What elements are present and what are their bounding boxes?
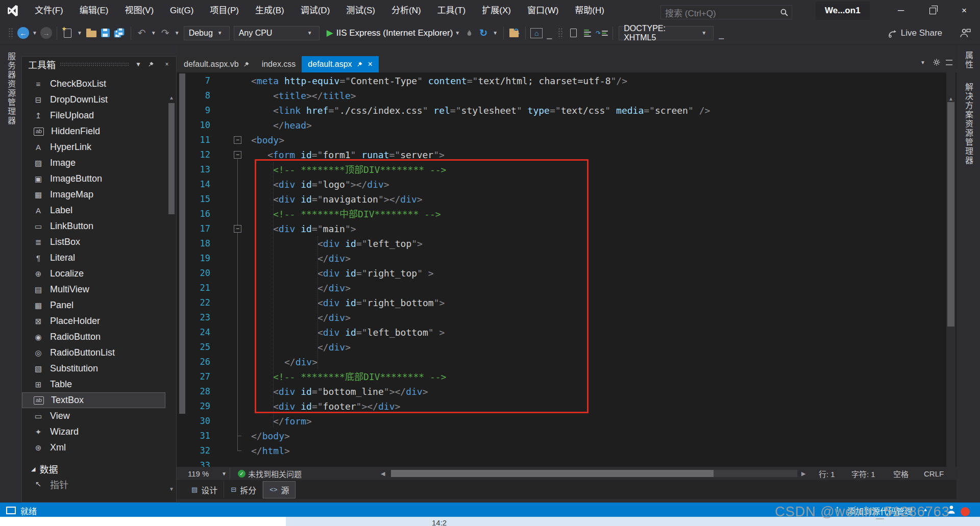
solution-explorer-tab[interactable]: 解决方案资源管理器 (962, 83, 974, 165)
horizontal-scroll-thumb[interactable] (391, 470, 714, 477)
view-mode-设计[interactable]: ▤设计 (185, 481, 224, 498)
toolbox-item-ListBox[interactable]: ≣ListBox (22, 234, 165, 250)
toolbox-group-data[interactable]: ◢ 数据 (22, 462, 176, 476)
toolbox-item-Localize[interactable]: ⊕Localize (22, 266, 165, 282)
zoom-level[interactable]: 119 % (188, 467, 209, 480)
toolbox-item-ImageButton[interactable]: ▣ImageButton (22, 171, 165, 187)
fold-collapse-icon[interactable]: − (234, 136, 241, 144)
server-explorer-tab[interactable]: 服务器资源管理器 (5, 52, 17, 126)
tab-default.aspx.vb[interactable]: default.aspx.vb (178, 56, 256, 72)
editor-vertical-scrollbar[interactable]: ▲ (946, 72, 955, 467)
solution-configuration-select[interactable]: Debug▼ (184, 26, 230, 40)
code-line[interactable]: 30</form> (177, 414, 957, 429)
redo-dropdown-icon[interactable]: ▼ (175, 30, 180, 36)
toolbox-dropdown-icon[interactable]: ▼ (133, 61, 143, 68)
redo-button[interactable]: ↷ (159, 26, 172, 40)
code-editor[interactable]: 7<meta http-equiv="Content-Type" content… (177, 72, 957, 467)
menu-测试(S)[interactable]: 测试(S) (338, 0, 383, 21)
refresh-button[interactable]: ↻ (477, 26, 490, 40)
back-dropdown-icon[interactable]: ▼ (32, 30, 37, 36)
start-debug-icon[interactable]: ▶ (327, 28, 333, 38)
toolbox-item-pointer[interactable]: ↖ 指针 (22, 476, 165, 492)
navigate-forward-button[interactable]: → (40, 27, 52, 39)
quick-search-box[interactable]: 搜索 (Ctrl+Q) (660, 5, 792, 19)
run-target-dropdown-icon[interactable]: ▼ (455, 30, 460, 36)
find-in-files-button[interactable] (508, 26, 521, 40)
save-button[interactable] (99, 26, 112, 40)
doctype-select[interactable]: DOCTYPE: XHTML5▼ (619, 26, 714, 40)
menu-分析(N)[interactable]: 分析(N) (383, 0, 429, 21)
view-mode-拆分[interactable]: ⊟拆分 (224, 481, 263, 498)
close-icon[interactable]: × (368, 60, 373, 69)
toolbox-pin-icon[interactable] (148, 61, 158, 68)
menu-工具(T)[interactable]: 工具(T) (429, 0, 474, 21)
save-all-button[interactable] (113, 28, 127, 39)
toolbox-item-CheckBoxList[interactable]: ≡CheckBoxList (22, 76, 165, 92)
line-ending-indicator[interactable]: CRLF (924, 467, 944, 480)
close-button[interactable]: × (948, 0, 980, 21)
code-line[interactable]: 7<meta http-equiv="Content-Type" content… (177, 73, 957, 88)
toolbox-item-Literal[interactable]: ¶Literal (22, 250, 165, 266)
live-share-label[interactable]: Live Share (901, 28, 942, 38)
zoom-dropdown-icon[interactable]: ▼ (222, 467, 227, 480)
hot-reload-icon[interactable] (462, 26, 476, 40)
fold-collapse-icon[interactable]: − (234, 151, 241, 159)
menu-项目(P)[interactable]: 项目(P) (202, 0, 247, 21)
toolbox-item-Image[interactable]: ▨Image (22, 155, 165, 171)
navigate-back-button[interactable]: ← (17, 27, 29, 39)
format-selection-button[interactable]: ↷ (595, 26, 608, 40)
toolbox-item-MultiView[interactable]: ▤MultiView (22, 282, 165, 297)
code-line[interactable]: 8<title></title> (177, 88, 957, 103)
code-line[interactable]: 11−<body> (177, 133, 957, 147)
menu-编辑(E)[interactable]: 编辑(E) (71, 0, 117, 21)
toolbox-item-RadioButton[interactable]: ◉RadioButton (22, 329, 165, 345)
live-share-icon[interactable] (888, 28, 898, 38)
toolbox-item-Panel[interactable]: ▦Panel (22, 297, 165, 313)
toolbox-item-DropDownList[interactable]: ⊟DropDownList (22, 92, 165, 108)
new-item-button[interactable]: ★ (61, 26, 75, 40)
menu-视图(V)[interactable]: 视图(V) (116, 0, 162, 21)
feedback-person-icon[interactable] (960, 28, 971, 38)
properties-tab[interactable]: 属性 (962, 51, 974, 69)
toolbox-scrollbar[interactable]: ▲ ▼ (168, 92, 175, 494)
hscroll-right-icon[interactable]: ▶ (801, 467, 805, 480)
undo-dropdown-icon[interactable]: ▼ (151, 30, 156, 36)
view-in-browser-button[interactable]: ⌂ (530, 26, 543, 40)
toolbox-item-View[interactable]: ▭View (22, 408, 165, 424)
undo-button[interactable]: ↶ (135, 26, 149, 40)
solution-platform-select[interactable]: Any CPU▼ (234, 26, 320, 40)
issues-indicator[interactable]: ✓ 未找到相关问题 (238, 467, 302, 480)
menu-生成(B)[interactable]: 生成(B) (247, 0, 292, 21)
code-line[interactable]: 33 (177, 458, 957, 467)
menu-扩展(X)[interactable]: 扩展(X) (474, 0, 519, 21)
format-document-button[interactable] (581, 26, 594, 40)
hscroll-left-icon[interactable]: ◀ (381, 467, 385, 480)
toolbox-item-Wizard[interactable]: ✦Wizard (22, 424, 165, 440)
horizontal-scrollbar[interactable] (391, 470, 797, 477)
toolbox-item-TextBox[interactable]: abTextBox (22, 392, 165, 408)
toolbox-item-HiddenField[interactable]: abHiddenField (22, 123, 165, 139)
tab-list-dropdown-icon[interactable]: ▼ (920, 60, 925, 65)
toolbox-close-icon[interactable]: × (162, 61, 172, 68)
menu-Git(G)[interactable]: Git(G) (162, 0, 202, 21)
editor-settings-gear-icon[interactable] (933, 58, 941, 66)
toolbox-item-RadioButtonList[interactable]: ◎RadioButtonList (22, 345, 165, 361)
code-line[interactable]: 31</body> (177, 429, 957, 443)
fold-collapse-icon[interactable]: − (234, 225, 241, 233)
start-debug-target[interactable]: IIS Express (Internet Explorer) (336, 28, 453, 38)
tab-default.aspx[interactable]: default.aspx× (302, 56, 379, 72)
restore-button[interactable] (917, 0, 948, 21)
toolbox-item-ImageMap[interactable]: ▦ImageMap (22, 187, 165, 203)
new-item-dropdown-icon[interactable]: ▼ (77, 30, 82, 36)
minimize-button[interactable]: ─ (885, 0, 917, 21)
pin-icon[interactable] (356, 61, 363, 68)
split-editor-grip[interactable] (946, 60, 952, 65)
toolbox-item-Xml[interactable]: ⊛Xml (22, 440, 165, 456)
toolbar-grip[interactable] (8, 28, 13, 39)
toolbox-item-Table[interactable]: ⊞Table (22, 377, 165, 392)
document-outline-button[interactable] (567, 26, 580, 40)
line-indicator[interactable]: 行: 1 (819, 467, 835, 480)
pin-icon[interactable] (243, 61, 250, 68)
tab-index.css[interactable]: index.css (256, 56, 302, 72)
scroll-up-icon[interactable]: ▲ (168, 95, 175, 101)
